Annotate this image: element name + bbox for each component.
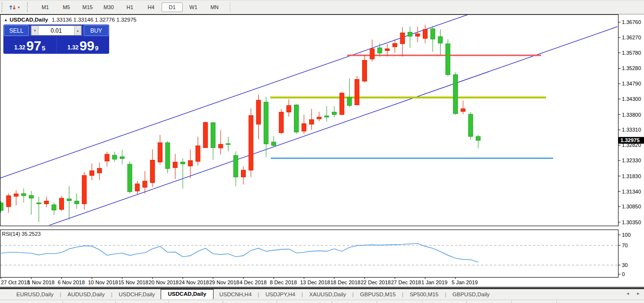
tab-scroll-left-icon[interactable]: ◄	[626, 291, 630, 296]
date-axis-label: 24 Nov 2018	[179, 279, 209, 285]
status-bar-separator	[377, 301, 377, 303]
candle-body	[287, 106, 291, 112]
candle-body	[52, 205, 56, 210]
candle-body	[67, 199, 71, 201]
candle-body	[294, 105, 299, 132]
timeframe-button-m15[interactable]: M15	[77, 2, 98, 12]
price-axis-label: 1.35280	[622, 65, 641, 71]
candle-body	[90, 171, 94, 176]
price-axis-label: 1.32330	[622, 158, 641, 163]
price-axis-label: 1.36270	[622, 35, 641, 40]
candle-body	[378, 48, 382, 53]
candle-body	[113, 155, 117, 159]
candle-body	[75, 201, 79, 204]
rsi-indicator-label: RSI(14) 35.2523	[2, 231, 41, 237]
candle-body	[416, 34, 420, 36]
timeframe-button-group: M1M5M15M30H1H4D1W1MN	[35, 1, 225, 13]
chart-tab-xauusd[interactable]: XAUUSD,Daily	[303, 290, 352, 299]
price-axis-label: 1.36760	[622, 19, 641, 25]
toolbar-grip[interactable]	[1, 2, 4, 12]
arrows-toolbar-button[interactable]: ▾	[6, 2, 22, 12]
timeframe-button-h4[interactable]: H4	[140, 2, 162, 12]
timeframe-button-mn[interactable]: MN	[204, 2, 225, 12]
date-axis-label: 8 Dec 2018	[270, 279, 297, 285]
buy-button[interactable]: BUY	[84, 25, 109, 36]
candle-body	[22, 194, 26, 196]
price-chart-svg[interactable]: 1.367601.362701.357801.352801.347901.343…	[0, 14, 644, 288]
candle-body	[82, 175, 87, 204]
chart-area[interactable]: 1.367601.362701.357801.352801.347901.343…	[0, 14, 644, 288]
candle-body	[423, 29, 428, 38]
sell-button[interactable]: SELL	[4, 25, 29, 36]
tabs-container: EURUSD,Daily|AUDUSD,Daily|USDCHF,DailyUS…	[11, 290, 495, 299]
date-axis-label: 18 Dec 2018	[330, 279, 360, 285]
price-axis-label: 1.35780	[622, 50, 641, 56]
chevron-down-icon: ▾	[18, 5, 20, 10]
candle-body	[272, 142, 276, 145]
chart-tab-usdcad[interactable]: USDCAD,Daily	[161, 289, 214, 299]
candle-body	[468, 114, 473, 136]
date-axis-label: 15 Nov 2018	[118, 279, 148, 285]
candle-body	[279, 112, 283, 133]
candle-body	[454, 74, 458, 113]
timeframe-button-m30[interactable]: M30	[98, 2, 119, 12]
status-bar-separator	[277, 301, 277, 303]
date-axis-label: 22 Dec 2018	[361, 279, 391, 285]
mt4-terminal-window: ▾ M1M5M15M30H1H4D1W1MN ▲USDCAD,Daily1.33…	[0, 0, 644, 303]
chart-tab-audusd[interactable]: AUDUSD,Daily	[62, 290, 110, 299]
date-axis-label: 1 Jan 2019	[421, 279, 447, 285]
timeframe-button-h1[interactable]: H1	[119, 2, 140, 12]
volume-value[interactable]: 0.01	[38, 27, 74, 34]
candle-body	[60, 198, 64, 209]
candle-body	[203, 122, 208, 148]
date-axis-label: 20 Nov 2018	[149, 279, 178, 285]
candle-body	[446, 44, 450, 74]
candle-body	[264, 102, 268, 144]
status-bar-separator	[115, 301, 116, 303]
volume-decrease-icon[interactable]: ▼	[31, 26, 38, 35]
chart-tab-eurusd[interactable]: EURUSD,Daily	[11, 290, 59, 299]
date-axis-label: 6 Nov 2018	[58, 279, 85, 285]
buy-price-prefix: 1.32	[67, 44, 78, 51]
rsi-axis-label: 30	[622, 262, 628, 268]
arrows-icon	[9, 4, 16, 11]
collapse-triangle-icon[interactable]: ▲	[4, 18, 8, 22]
candle-body	[256, 100, 261, 124]
candle-body	[127, 164, 132, 192]
candle-body	[135, 184, 139, 191]
status-bar	[0, 300, 644, 303]
chart-tab-usdjpy[interactable]: USDJPY,H4	[260, 290, 301, 299]
chart-tab-sp500[interactable]: SP500,M15	[404, 290, 444, 299]
candle-body	[317, 117, 321, 119]
candle-body	[408, 32, 412, 36]
chart-title: ▲USDCAD,Daily1.33136 1.33146 1.32776 1.3…	[4, 17, 137, 23]
timeframe-button-d1[interactable]: D1	[162, 2, 183, 12]
status-bar-separator	[168, 301, 169, 303]
timeframe-button-m5[interactable]: M5	[56, 2, 77, 12]
chart-tab-usdcnh[interactable]: USDCNH,H4	[214, 290, 257, 299]
sell-price-display[interactable]: 1.32975	[4, 36, 56, 54]
rsi-axis-label: 100	[622, 232, 631, 238]
current-price-label: 1.32975	[620, 137, 640, 143]
chart-tab-usdchf[interactable]: USDCHF,Daily	[113, 290, 161, 299]
status-bar-separator	[556, 301, 557, 303]
candle-body	[241, 170, 246, 177]
volume-stepper: ▼ 0.01 ▲	[31, 25, 82, 36]
candle-body	[400, 33, 404, 44]
candle-body	[211, 123, 215, 148]
volume-increase-icon[interactable]: ▲	[74, 26, 81, 35]
tab-scroll-right-icon[interactable]: ►	[636, 291, 640, 296]
candle-body	[37, 203, 41, 204]
toolbar: ▾ M1M5M15M30H1H4D1W1MN	[0, 0, 644, 14]
buy-price-display[interactable]: 1.32999	[57, 36, 109, 54]
date-axis-label: 27 Dec 2018	[391, 279, 421, 285]
chart-tab-gbpusd[interactable]: GBPUSD,M15	[354, 290, 402, 299]
status-bar-separator	[467, 301, 467, 303]
date-axis-label: 13 Dec 2018	[300, 279, 330, 285]
chart-tab-gbpusd[interactable]: GBPUSD,Daily	[447, 290, 495, 299]
timeframe-button-w1[interactable]: W1	[183, 2, 204, 12]
candle-body	[325, 116, 329, 117]
timeframe-button-m1[interactable]: M1	[35, 2, 56, 12]
toolbar-grip[interactable]	[27, 2, 30, 12]
rsi-axis-label: 70	[622, 242, 628, 248]
